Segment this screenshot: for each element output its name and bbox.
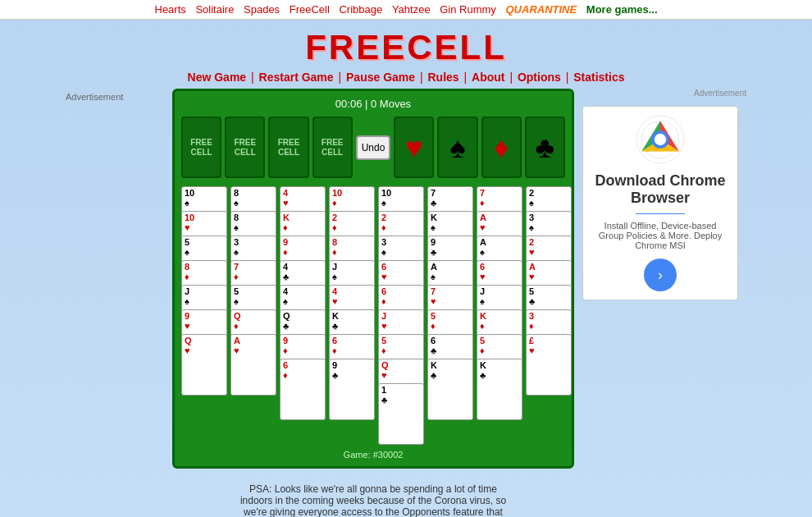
card-6d-1[interactable]: 6♦ — [280, 359, 326, 420]
nav-cribbage[interactable]: Cribbage — [339, 3, 382, 16]
card-1c[interactable]: 1♣ — [378, 383, 424, 445]
undo-button[interactable]: Undo — [356, 135, 391, 160]
menu-about[interactable]: About — [472, 71, 504, 84]
card-last[interactable]: £♥ — [526, 334, 572, 396]
title-area: FREECELL — [0, 20, 812, 71]
nav-spades[interactable]: Spades — [244, 3, 280, 16]
ad-body: Install Offline, Device-based Group Poli… — [591, 221, 729, 250]
game-title: FREECELL — [0, 28, 812, 67]
psa-text-1: PSA: Looks like we're all gonna be spend… — [240, 483, 506, 517]
board-footer: Game: #30002 — [181, 450, 565, 460]
nav-solitaire[interactable]: Solitaire — [195, 3, 234, 16]
top-row: FREECELL FREECELL FREECELL FREECELL Undo… — [181, 117, 565, 178]
free-cell-1[interactable]: FREECELL — [181, 117, 221, 178]
right-ad-label: Advertisement — [582, 89, 746, 98]
menu-rules[interactable]: Rules — [428, 71, 459, 84]
left-advertisement: Advertisement — [66, 89, 164, 517]
card-kc-3[interactable]: K♣ — [477, 359, 522, 420]
nav-hearts[interactable]: Hearts — [155, 3, 186, 16]
nav-yahtzee[interactable]: Yahtzee — [392, 3, 431, 16]
svg-point-3 — [655, 134, 666, 145]
main-layout: Advertisement 00:06 | 0 Moves FREECELL F… — [0, 89, 812, 517]
card-9c-1[interactable]: 9♣ — [329, 359, 375, 420]
game-status: 00:06 | 0 Moves — [181, 98, 565, 110]
suit-pile-clubs[interactable]: ♣ — [525, 117, 565, 178]
menu-options[interactable]: Options — [518, 71, 561, 84]
card-column-7: 7♦ A♥ A♠ 6♥ J♠ K♦ 5♦ K♣ — [477, 186, 522, 445]
card-area: 10♠ 10♥ 5♠ 8♦ J♠ 9♥ Q♥ 8♠ 8♠ 3♠ 7♦ 5♠ Q♦… — [181, 186, 565, 445]
chrome-logo-icon — [636, 115, 685, 164]
card-kc-2[interactable]: K♣ — [427, 359, 473, 420]
card-column-3: 4♥ K♦ 9♦ 4♣ 4♠ Q♣ 9♦ 6♦ — [280, 186, 326, 445]
card-ah-1[interactable]: A♥ — [230, 334, 276, 396]
nav-freecell[interactable]: FreeCell — [290, 3, 330, 16]
menu-statistics[interactable]: Statistics — [573, 71, 624, 84]
right-advertisement: Advertisement Download Chrome Browser In… — [582, 89, 746, 517]
menu-pause-game[interactable]: Pause Game — [346, 71, 415, 84]
free-cell-3[interactable]: FREECELL — [268, 117, 308, 178]
card-column-4: 10♦ 2♦ 8♦ J♠ 4♥ K♣ 6♦ 9♣ — [329, 186, 375, 445]
nav-more-games[interactable]: More games... — [586, 3, 658, 16]
suit-pile-spades[interactable]: ♠ — [437, 117, 477, 178]
nav-gin-rummy[interactable]: Gin Rummy — [440, 3, 496, 16]
nav-quarantine[interactable]: QUARANTINE — [506, 3, 577, 16]
ad-title: Download Chrome Browser — [591, 172, 729, 207]
card-qh-1[interactable]: Q♥ — [181, 334, 227, 396]
right-ad-box: Download Chrome Browser Install Offline,… — [582, 106, 738, 300]
game-board-wrapper: 00:06 | 0 Moves FREECELL FREECELL FREECE… — [172, 89, 574, 517]
psa-text: PSA: Looks like we're all gonna be spend… — [172, 475, 574, 517]
card-column-6: 7♣ K♠ 9♣ A♠ 7♥ 5♦ 6♣ K♣ — [427, 186, 473, 445]
card-column-5: 10♠ 2♦ 3♠ 6♥ 6♦ J♥ 5♦ Q♥ 1♣ — [378, 186, 424, 445]
card-column-8: 2♠ 3♠ 2♥ A♥ 5♣ 3♦ £♥ — [526, 186, 572, 445]
free-cell-2[interactable]: FREECELL — [225, 117, 265, 178]
ad-cta-button[interactable]: › — [644, 258, 677, 291]
game-menu: New Game | Restart Game | Pause Game | R… — [0, 71, 812, 84]
suit-pile-hearts[interactable]: ♥ — [394, 117, 434, 178]
menu-new-game[interactable]: New Game — [188, 71, 247, 84]
card-column-2: 8♠ 8♠ 3♠ 7♦ 5♠ Q♦ A♥ — [230, 186, 276, 445]
free-cell-4[interactable]: FREECELL — [312, 117, 353, 178]
menu-restart-game[interactable]: Restart Game — [259, 71, 334, 84]
game-board: 00:06 | 0 Moves FREECELL FREECELL FREECE… — [172, 89, 574, 469]
left-ad-label: Advertisement — [66, 92, 164, 102]
suit-pile-diamonds[interactable]: ♦ — [481, 117, 522, 178]
card-column-1: 10♠ 10♥ 5♠ 8♦ J♠ 9♥ Q♥ — [181, 186, 227, 445]
top-navigation: Hearts Solitaire Spades FreeCell Cribbag… — [0, 0, 812, 20]
